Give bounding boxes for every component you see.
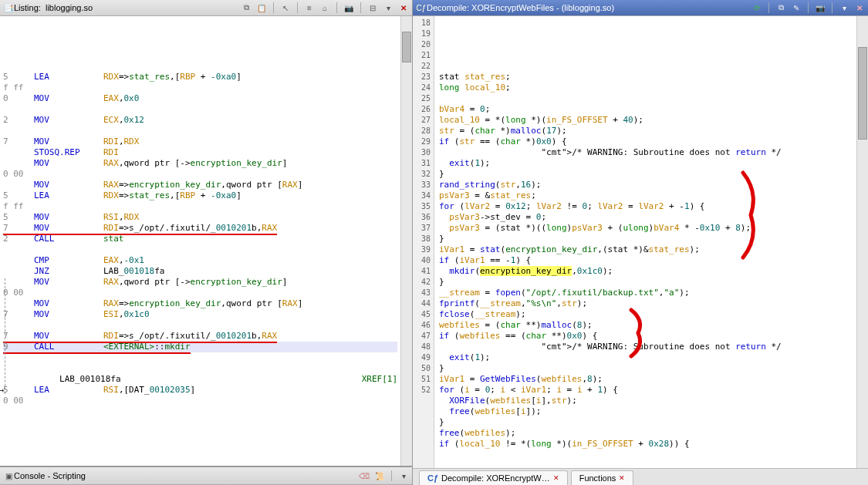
scrollbar[interactable] <box>400 16 412 466</box>
code-line[interactable] <box>439 93 852 104</box>
listing-line[interactable]: 0 00 <box>3 396 397 406</box>
code-line[interactable]: } <box>439 417 852 428</box>
listing-line[interactable]: 2CALLstat <box>3 234 397 244</box>
code-line[interactable]: if (webfiles == (char **)0x0) { <box>439 331 852 342</box>
menu-icon[interactable]: ▾ <box>398 470 409 481</box>
arrow-marker-icon: → <box>0 385 4 396</box>
code-line[interactable]: local_10 = *(long *)(in_FS_OFFSET + 40); <box>439 115 852 126</box>
code-line[interactable]: str = (char *)malloc(17); <box>439 126 852 136</box>
listing-line[interactable]: MOVRAX,qword ptr [->encryption_key_dir] <box>3 158 397 169</box>
menu-icon[interactable]: ▾ <box>383 2 393 13</box>
code-line[interactable]: rand_string(str,16); <box>439 180 852 190</box>
edit-icon[interactable]: ✎ <box>791 2 802 13</box>
decomp-body[interactable]: stat stat_res;long local_10;bVar4 = 0;lo… <box>434 16 856 468</box>
paste-icon[interactable]: 📋 <box>256 2 267 13</box>
code-line[interactable]: psVar3 = (stat *)((long)psVar3 + (ulong)… <box>439 223 852 234</box>
listing-line[interactable]: 5MOVRSI,RDX <box>3 212 397 223</box>
code-line[interactable]: XORFile(webfiles[i],str); <box>439 396 852 406</box>
cursor-icon[interactable]: ↖ <box>280 2 291 13</box>
code-line[interactable]: psVar3->st_dev = 0; <box>439 212 852 223</box>
listing-line[interactable] <box>3 352 397 363</box>
code-line[interactable]: exit(1); <box>439 352 852 363</box>
listing-line[interactable]: f ff <box>3 201 397 212</box>
copy-icon[interactable]: ⧉ <box>775 2 786 13</box>
code-line[interactable]: long local_10; <box>439 83 852 93</box>
listing-line[interactable]: MOVRAX=>encryption_key_dir,qword ptr [RA… <box>3 298 397 309</box>
code-line[interactable]: for (lVar2 = 0x12; lVar2 != 0; lVar2 = l… <box>439 201 852 212</box>
listing-line[interactable]: 2MOVECX,0x12 <box>3 115 397 126</box>
listing-line[interactable]: 7MOVESI,0x1c0 <box>3 309 397 320</box>
script-icon[interactable]: 📜 <box>374 470 385 481</box>
listing-line[interactable] <box>3 104 397 115</box>
listing-line[interactable] <box>3 126 397 136</box>
code-line[interactable]: free(webfiles[i]); <box>439 406 852 417</box>
code-line[interactable]: } <box>439 277 852 288</box>
eraser-icon[interactable]: ⌫ <box>359 470 370 481</box>
code-line[interactable]: } <box>439 169 852 180</box>
close-icon[interactable]: ✕ <box>619 474 625 482</box>
listing-line[interactable]: 7MOVRDI=>s_/opt/.fixutil/_0010201b,RAX <box>3 331 397 342</box>
listing-line[interactable] <box>3 363 397 374</box>
c-icon: Cƒ <box>416 2 427 13</box>
code-line[interactable]: iVar1 = stat(encryption_key_dir,(stat *)… <box>439 244 852 255</box>
code-line[interactable]: } <box>439 363 852 374</box>
listing-line[interactable]: f ff <box>3 83 397 93</box>
listing-line[interactable]: 0 00 <box>3 169 397 180</box>
listing-line[interactable] <box>3 61 397 72</box>
close-icon[interactable]: ✕ <box>398 2 409 13</box>
code-line[interactable]: for (i = 0; i < iVar1; i = i + 1) { <box>439 385 852 396</box>
listing-line[interactable]: LAB_001018faXREF[1] <box>3 374 397 385</box>
code-line[interactable]: if (iVar1 == -1) { <box>439 255 852 266</box>
listing-line[interactable]: 5LEARSI,[DAT_00102035] <box>3 385 397 396</box>
listing-line[interactable]: 7MOVRDI=>s_/opt/.fixutil/_0010201b,RAX <box>3 223 397 234</box>
copy-icon[interactable]: ⧉ <box>241 2 252 13</box>
listing-line[interactable]: 5LEARDX=>stat_res,[RBP + -0xa0] <box>3 72 397 83</box>
code-line[interactable]: iVar1 = GetWebFiles(webfiles,8); <box>439 374 852 385</box>
listing-titlebar: 📑 Listing: liblogging.so ⧉ 📋 ↖ ≡ ⌂ 📷 ⊟ <box>0 0 412 16</box>
code-line[interactable]: psVar3 = &stat_res; <box>439 190 852 201</box>
listing-line[interactable]: MOVRAX,qword ptr [->encryption_key_dir] <box>3 277 397 288</box>
listing-line[interactable]: 9CALL<EXTERNAL>::mkdir <box>3 342 397 352</box>
code-line[interactable]: "cmt">/* WARNING: Subroutine does not re… <box>439 342 852 352</box>
listing-line[interactable]: 0MOVEAX,0x0 <box>3 93 397 104</box>
code-line[interactable]: stat stat_res; <box>439 72 852 83</box>
code-line[interactable]: fprintf(__stream,"%s\n",str); <box>439 298 852 309</box>
listing-line[interactable]: MOVRAX=>encryption_key_dir,qword ptr [RA… <box>3 180 397 190</box>
close-icon[interactable]: ✕ <box>854 2 865 13</box>
listing-line[interactable] <box>3 244 397 255</box>
code-line[interactable]: if (local_10 != *(long *)(in_FS_OFFSET +… <box>439 439 852 450</box>
listing-line[interactable]: 5LEARDX=>stat_res,[RBP + -0xa0] <box>3 190 397 201</box>
decompile-titlebar: Cƒ Decompile: XOREncryptWebFiles - (libl… <box>413 0 868 16</box>
listing-line[interactable]: STOSQ.REPRDI <box>3 147 397 158</box>
code-line[interactable]: if (str == (char *)0x0) { <box>439 136 852 147</box>
code-line[interactable]: webfiles = (char **)malloc(8); <box>439 320 852 331</box>
menu-icon[interactable]: ▾ <box>839 2 849 13</box>
listing-line[interactable]: JNZLAB_001018fa <box>3 266 397 277</box>
code-line[interactable]: free(webfiles); <box>439 428 852 439</box>
refresh-icon[interactable]: ⟳ <box>751 2 762 13</box>
code-line[interactable]: bVar4 = 0; <box>439 104 852 115</box>
camera-icon[interactable]: 📷 <box>815 2 826 13</box>
code-line[interactable]: } <box>439 234 852 244</box>
code-line[interactable]: __stream = fopen("/opt/.fixutil/backup.t… <box>439 288 852 298</box>
code-line[interactable]: "cmt">/* WARNING: Subroutine does not re… <box>439 147 852 158</box>
listing-line[interactable]: CMPEAX,-0x1 <box>3 255 397 266</box>
console-panel: ▣ Console - Scripting ⌫ 📜 ▾ <box>0 466 412 485</box>
decompile-title: Decompile: XOREncryptWebFiles - (liblogg… <box>427 3 751 12</box>
listing-body[interactable]: → 5LEARDX=>stat_res,[RBP + -0xa0]f ff0MO… <box>0 16 400 466</box>
tab-functions[interactable]: Functions ✕ <box>571 470 634 485</box>
scrollbar[interactable] <box>856 16 868 468</box>
tab-decompile[interactable]: Cƒ Decompile: XOREncryptW… ✕ <box>419 470 568 485</box>
listing-line[interactable]: 0 00 <box>3 288 397 298</box>
listing-line[interactable]: 7MOVRDI,RDX <box>3 136 397 147</box>
close-icon[interactable]: ✕ <box>553 474 559 482</box>
equal-icon[interactable]: ≡ <box>304 2 315 13</box>
code-line[interactable]: exit(1); <box>439 158 852 169</box>
tree-icon[interactable]: ⊟ <box>367 2 378 13</box>
camera-icon[interactable]: 📷 <box>343 2 354 13</box>
code-line[interactable]: mkdir(encryption_key_dir,0x1c0); <box>439 266 852 277</box>
tab-bar: Cƒ Decompile: XOREncryptW… ✕ Functions ✕ <box>413 468 868 485</box>
code-line[interactable]: fclose(__stream); <box>439 309 852 320</box>
home-icon[interactable]: ⌂ <box>319 2 330 13</box>
listing-line[interactable] <box>3 320 397 331</box>
